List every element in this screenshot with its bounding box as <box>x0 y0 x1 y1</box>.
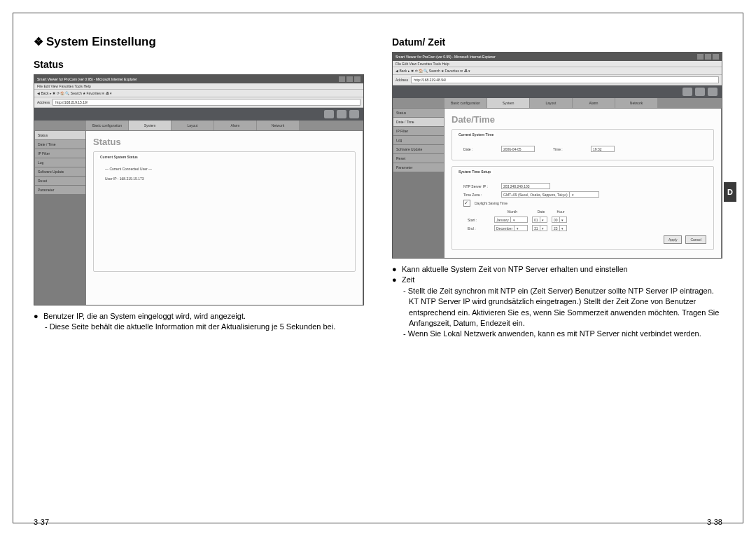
timezone-select[interactable]: GMT+09 (Seoul, Osaka, Sapporo, Tokyo)▾ <box>501 191 599 198</box>
timezone-label: Time Zone : <box>463 192 497 198</box>
sidebar-item-status[interactable]: Status <box>393 109 444 117</box>
tab-network[interactable]: Network <box>615 98 657 108</box>
topbar-icon[interactable] <box>682 88 692 96</box>
dst-start-month[interactable]: January▾ <box>494 217 528 223</box>
dst-col-heads: Month Date Hour <box>496 209 706 214</box>
sidebar-item-software-update[interactable]: Software Update <box>35 167 85 176</box>
box-current-time: Current System Time Date : 2006-04-05 Ti… <box>451 129 714 160</box>
ie-address-bar: Address http://168.219.15.19/ <box>34 97 363 108</box>
box-time-setup: System Time Setup NTP Server IP : 203.24… <box>451 166 714 250</box>
address-input[interactable]: http://168.219.15.19/ <box>52 99 360 106</box>
app-titlebar <box>393 85 722 98</box>
date-display: 2006-04-05 <box>501 146 535 152</box>
topbar-icon[interactable] <box>695 88 705 96</box>
tab-system[interactable]: System <box>487 98 529 108</box>
sidebar-item-software-update[interactable]: Software Update <box>393 145 444 153</box>
page-content: D ❖System Einstellung Status Smart Viewe… <box>34 35 722 508</box>
maximize-icon[interactable] <box>346 76 353 82</box>
cancel-button[interactable]: Cancel <box>685 235 706 244</box>
right-bullets: ●Kann aktuelle System Zeit von NTP Serve… <box>392 264 722 340</box>
dst-end-label: End : <box>468 226 490 231</box>
bullet-sub: - Diese Seite behält die aktuelle Inform… <box>34 322 364 332</box>
tab-layout[interactable]: Layout <box>172 121 214 130</box>
window-title: Smart Viewer for ProCam (ver 0.95) - Mic… <box>396 55 496 59</box>
page-number-left: 3-37 <box>34 518 49 526</box>
status-line: — Current Connected User — <box>105 166 348 172</box>
status-box: Current System Status — Current Connecte… <box>93 151 356 272</box>
subsection-heading-datetime: Datum/ Zeit <box>392 36 722 48</box>
dst-end-month[interactable]: December▾ <box>494 225 528 231</box>
date-label: Date : <box>463 146 497 152</box>
sidebar-item-datetime[interactable]: Date / Time <box>393 118 444 126</box>
panel-title: Status <box>93 137 356 147</box>
sidebar-item-log[interactable]: Log <box>35 158 85 167</box>
dst-start-date[interactable]: 01▾ <box>532 217 547 223</box>
left-column: ❖System Einstellung Status Smart Viewer … <box>34 35 364 508</box>
window-title: Smart Viewer for ProCam (ver 0.95) - Mic… <box>37 77 137 81</box>
sidebar-item-parameter[interactable]: Parameter <box>35 186 85 194</box>
box-heading: System Time Setup <box>456 170 493 174</box>
right-column: Datum/ Zeit Smart Viewer for ProCam (ver… <box>392 35 722 508</box>
tab-alarm[interactable]: Alarm <box>214 121 256 130</box>
screenshot-status: Smart Viewer for ProCam (ver 0.95) - Mic… <box>34 74 364 305</box>
page-number-right: 3-38 <box>707 518 722 526</box>
ie-toolbar[interactable]: ◀ Back ▸ ✖ ⟳ 🏠 🔍 Search ★ Favorites ✉ 🖶 … <box>393 67 722 75</box>
sidebar-item-reset[interactable]: Reset <box>35 177 85 185</box>
ie-menu-bar[interactable]: File Edit View Favorites Tools Help <box>393 61 722 67</box>
bullet-text: Benutzer IP, die an System eingeloggt wi… <box>43 311 364 322</box>
minimize-icon[interactable] <box>697 54 704 60</box>
panel-datetime: Date/Time Current System Time Date : 200… <box>444 109 721 259</box>
app-viewport: Basic configuration System Layout Alarm … <box>393 85 722 259</box>
tab-system[interactable]: System <box>129 121 171 130</box>
ntp-label: NTP Server IP : <box>463 184 497 189</box>
dst-start-label: Start : <box>468 217 490 223</box>
tab-basic-config[interactable]: Basic configuration <box>444 98 486 108</box>
ie-toolbar[interactable]: ◀ Back ▸ ✖ ⟳ 🏠 🔍 Search ★ Favorites ✉ 🖶 … <box>34 90 363 97</box>
sidebar-item-datetime[interactable]: Date / Time <box>35 140 85 149</box>
topbar-icon[interactable] <box>349 110 359 118</box>
address-label: Address <box>396 78 408 82</box>
time-label: Time : <box>553 146 587 152</box>
dst-label: Daylight Saving Time <box>475 200 507 206</box>
dst-end-date[interactable]: 31▾ <box>532 225 547 231</box>
tab-basic-config[interactable]: Basic configuration <box>86 121 128 130</box>
dst-start-hour[interactable]: 00▾ <box>552 217 567 223</box>
screenshot-datetime: Smart Viewer for ProCam (ver 0.95) - Mic… <box>392 52 722 259</box>
diamond-icon: ❖ <box>34 36 43 48</box>
window-titlebar: Smart Viewer for ProCam (ver 0.95) - Mic… <box>34 75 363 83</box>
sidebar-item-log[interactable]: Log <box>393 136 444 144</box>
bullet-sub: - Stellt die Zeit synchron mit NTP ein (… <box>392 286 722 329</box>
sidebar-item-parameter[interactable]: Parameter <box>393 163 444 172</box>
window-titlebar: Smart Viewer for ProCam (ver 0.95) - Mic… <box>393 53 722 61</box>
ntp-input[interactable]: 203.248.240.103 <box>501 183 550 189</box>
close-icon[interactable] <box>354 76 360 82</box>
app-sidebar: Status Date / Time IP Filter Log Softwar… <box>393 108 444 259</box>
dst-end-hour[interactable]: 23▾ <box>552 225 567 231</box>
tab-network[interactable]: Network <box>257 121 299 130</box>
panel-status: Status Current System Status — Current C… <box>86 131 363 305</box>
side-thumb-tab: D <box>724 182 736 202</box>
ie-menu-bar[interactable]: File Edit View Favorites Tools Help <box>34 83 363 90</box>
tab-alarm[interactable]: Alarm <box>573 98 615 108</box>
address-input[interactable]: http://168.219.48.94/ <box>411 76 719 83</box>
section-heading: ❖System Einstellung <box>34 35 364 49</box>
app-viewport: Basic configuration System Layout Alarm … <box>34 108 363 305</box>
dst-checkbox[interactable] <box>463 200 470 207</box>
sidebar-item-status[interactable]: Status <box>35 131 85 139</box>
app-tabs: Basic configuration System Layout Alarm … <box>34 121 363 130</box>
topbar-icon[interactable] <box>324 110 334 118</box>
tab-layout[interactable]: Layout <box>530 98 572 108</box>
bullet-text: Kann aktuelle System Zeit von NTP Server… <box>402 264 722 275</box>
topbar-icon[interactable] <box>337 110 346 118</box>
apply-button[interactable]: Apply <box>664 235 682 244</box>
maximize-icon[interactable] <box>705 54 711 60</box>
sidebar-item-ipfilter[interactable]: IP Filter <box>35 149 85 158</box>
close-icon[interactable] <box>713 54 719 60</box>
box-heading: Current System Time <box>456 132 496 137</box>
sidebar-item-ipfilter[interactable]: IP Filter <box>393 127 444 135</box>
sidebar-item-reset[interactable]: Reset <box>393 154 444 163</box>
document-page: D ❖System Einstellung Status Smart Viewe… <box>0 0 756 536</box>
panel-title: Date/Time <box>451 114 714 125</box>
minimize-icon[interactable] <box>339 76 345 82</box>
topbar-icon[interactable] <box>708 88 718 96</box>
